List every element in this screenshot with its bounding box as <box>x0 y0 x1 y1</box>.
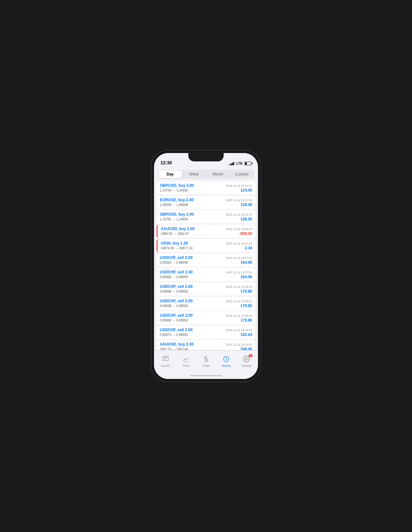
trade-pair: USDCHF, sell 2.00 <box>160 313 193 318</box>
pair-name: USDCHF, <box>160 270 177 274</box>
trade-price: 0.89066 → 0.88993 <box>160 275 188 279</box>
pair-name: GBPUSD, <box>160 212 178 217</box>
trade-price-row: 0.89073 → 0.88992 182.04 <box>160 332 252 337</box>
trade-profit: 124.00 <box>240 188 252 193</box>
trade-row[interactable]: USDCHF, sell 2.00 2023.11.14 19:07:53 0.… <box>157 268 255 281</box>
trade-time: 2023.11.14 19:13:42 <box>226 343 252 346</box>
trade-pair: USDCHF, sell 2.00 <box>160 270 193 274</box>
nav-quotes[interactable]: Quotes <box>155 354 176 369</box>
trade-price: 0.89063 → 0.88990 <box>160 261 188 264</box>
pair-name: USDCHF, <box>160 313 177 318</box>
trade-pair: GBPUSD, buy 2.00 <box>160 212 194 217</box>
pair-action: sell 2.00 <box>177 284 193 289</box>
trade-row[interactable]: EURUSD, buy 2.00 2023.11.14 18:31:00 1.0… <box>157 196 255 209</box>
trade-price-row: 1966.56 → 1962.07 -898.00 <box>161 231 252 236</box>
trade-row[interactable]: US30, buy 1.00 2023.11.14 18:51:24 34874… <box>157 239 255 252</box>
tab-month[interactable]: Month <box>206 170 230 178</box>
trade-price: 0.89068 → 0.88992 <box>160 290 188 293</box>
trade-time: 2023.11.14 19:08:03 <box>226 300 252 303</box>
chart-icon <box>182 356 189 364</box>
trade-row[interactable]: USDCHF, sell 2.00 2023.11.14 19:08:01 0.… <box>157 282 255 296</box>
trade-header: GBPUSD, buy 2.00 2023.11.14 18:31:00 <box>160 183 252 188</box>
trade-profit: -898.00 <box>239 231 252 236</box>
trade-row[interactable]: XAUUSD, buy 2.00 2023.11.14 19:13:42 196… <box>157 340 255 350</box>
history-label: History <box>222 364 231 367</box>
pair-name: USDCHF, <box>160 284 177 289</box>
home-bar <box>190 375 222 376</box>
nav-trade[interactable]: Trade <box>196 354 216 369</box>
trade-pair: USDCHF, sell 2.00 <box>160 284 193 289</box>
pair-name: XAUUSD, <box>161 227 179 231</box>
pair-action: sell 2.00 <box>177 255 193 260</box>
trade-profit: 182.04 <box>240 332 252 337</box>
trade-price-row: 1962.10 → 1963.44 268.00 <box>160 347 252 350</box>
trade-price-row: 1.08544 → 1.08608 128.00 <box>160 202 252 207</box>
trade-pair: USDCHF, sell 2.00 <box>160 255 193 260</box>
pair-name: XAUUSD, <box>160 342 178 347</box>
settings-icon: 2 <box>243 356 250 364</box>
trade-profit: 126.00 <box>240 217 252 221</box>
trade-header: GBPUSD, buy 2.00 2023.11.14 18:31:01 <box>160 212 252 217</box>
trade-profit: 170.80 <box>240 304 252 308</box>
pair-action: buy 2.00 <box>178 198 193 202</box>
phone-screen: 12:30 LTE Day Week Month Custom <box>154 153 258 379</box>
trade-time: 2023.11.14 18:31:01 <box>226 213 252 216</box>
trade-row[interactable]: GBPUSD, buy 2.00 2023.11.14 18:31:01 1.2… <box>157 210 255 223</box>
trade-time: 2023.11.14 19:07:53 <box>226 271 252 274</box>
trade-time: 2023.11.14 19:07:50 <box>226 256 252 260</box>
trade-row[interactable]: USDCHF, sell 2.00 2023.11.14 19:07:50 0.… <box>157 253 255 267</box>
filter-tabs-container: Day Week Month Custom <box>154 167 258 181</box>
trade-price: 1.08544 → 1.08608 <box>160 203 188 207</box>
trade-header: USDCHF, sell 2.00 2023.11.14 19:08:03 <box>160 299 252 303</box>
pair-action: sell 2.00 <box>177 270 193 274</box>
trade-row[interactable]: USDCHF, sell 2.00 2023.11.14 19:08:04 0.… <box>157 311 255 324</box>
trade-pair: XAUUSD, buy 2.00 <box>161 227 194 231</box>
trade-price: 0.89073 → 0.88992 <box>160 333 188 337</box>
trade-time: 2023.11.14 19:08:01 <box>226 285 252 288</box>
nav-history[interactable]: History <box>216 354 236 369</box>
trade-row[interactable]: USDCHF, sell 2.00 2023.11.14 19:08:05 0.… <box>157 326 255 339</box>
pair-name: USDCHF, <box>160 255 177 260</box>
quotes-label: Quotes <box>161 364 170 367</box>
trade-row[interactable]: XAUUSD, buy 2.00 2023.11.14 18:50:33 196… <box>157 225 255 238</box>
pair-action: buy 2.00 <box>178 212 194 217</box>
trade-row[interactable]: USDCHF, sell 2.00 2023.11.14 19:08:03 0.… <box>157 297 255 310</box>
trade-price-row: 0.89068 → 0.88992 170.80 <box>160 304 252 308</box>
trade-profit: 268.00 <box>240 347 252 350</box>
trade-pair: USDCHF, sell 2.00 <box>160 299 193 303</box>
trade-pair: USDCHF, sell 2.00 <box>160 328 193 332</box>
trade-time: 2023.11.14 18:31:00 <box>226 199 252 202</box>
trade-header: USDCHF, sell 2.00 2023.11.14 19:08:05 <box>160 328 252 332</box>
bottom-nav: Quotes Chart Trade <box>154 350 258 373</box>
pair-action: sell 2.00 <box>177 299 193 303</box>
status-time: 12:30 <box>160 160 172 165</box>
trade-header: XAUUSD, buy 2.00 2023.11.14 19:13:42 <box>160 342 252 347</box>
trade-time: 2023.11.14 18:51:24 <box>226 242 252 245</box>
trade-pair: XAUUSD, buy 2.00 <box>160 342 193 347</box>
trade-price: 1966.56 → 1962.07 <box>161 232 189 236</box>
nav-settings[interactable]: 2 Settings <box>236 354 257 369</box>
pair-action: buy 2.00 <box>178 183 194 188</box>
trade-price-row: 0.89063 → 0.88990 164.06 <box>160 260 252 265</box>
trade-header: USDCHF, sell 2.00 2023.11.14 19:08:01 <box>160 284 252 289</box>
trade-list[interactable]: GBPUSD, buy 2.00 2023.11.14 18:31:00 1.2… <box>154 181 258 350</box>
nav-chart[interactable]: Chart <box>176 354 196 369</box>
trade-price-row: 0.89066 → 0.88993 164.06 <box>160 275 252 279</box>
tab-day[interactable]: Day <box>159 170 182 178</box>
pair-name: USDCHF, <box>160 299 177 303</box>
trade-header: XAUUSD, buy 2.00 2023.11.14 18:50:33 <box>161 227 252 231</box>
trade-header: US30, buy 1.00 2023.11.14 18:51:24 <box>161 241 252 245</box>
trade-profit: 128.00 <box>240 202 252 207</box>
tab-week[interactable]: Week <box>183 170 206 178</box>
trade-header: USDCHF, sell 2.00 2023.11.14 19:07:50 <box>160 255 252 260</box>
trade-label: Trade <box>202 364 210 367</box>
trade-price-row: 1.24791 → 1.24854 126.00 <box>160 217 252 221</box>
signal-bars-icon <box>229 161 234 165</box>
pair-name: USDCHF, <box>160 328 177 332</box>
pair-action: buy 2.00 <box>178 342 193 347</box>
trade-price: 0.89068 → 0.88992 <box>160 319 188 322</box>
trade-time: 2023.11.14 19:08:05 <box>226 329 252 332</box>
tab-custom[interactable]: Custom <box>230 170 254 178</box>
trade-price-row: 1.24794 → 1.24856 124.00 <box>160 188 252 193</box>
trade-row[interactable]: GBPUSD, buy 2.00 2023.11.14 18:31:00 1.2… <box>157 181 255 194</box>
